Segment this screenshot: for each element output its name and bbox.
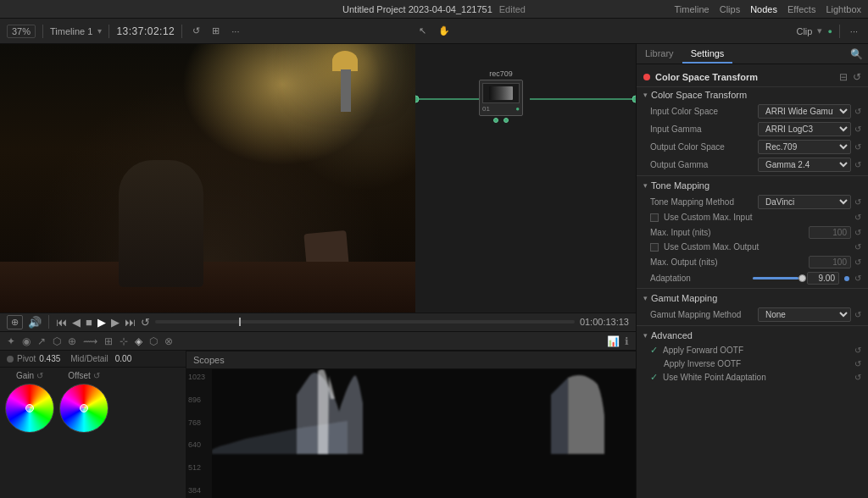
goto-end-btn[interactable]: ⏭ — [125, 316, 136, 329]
undo-btn[interactable]: ↺ — [189, 24, 203, 38]
adaptation-slider-track[interactable] — [753, 277, 804, 279]
input-gamma-value: ARRI LogC3 ↺ — [758, 122, 861, 136]
pivot-label: Pivot — [17, 354, 36, 363]
window-tool[interactable]: ⬡ — [53, 335, 61, 347]
input-cs-select[interactable]: ARRI Wide Gamut 3 — [758, 104, 851, 119]
tone-mapping-method-select[interactable]: DaVinci — [758, 195, 851, 209]
max-input-field[interactable] — [809, 226, 851, 239]
waveform-icon[interactable]: 📊 — [607, 335, 620, 347]
sizing-tool[interactable]: ⊞ — [104, 335, 113, 347]
node-output-dot2[interactable] — [504, 118, 509, 123]
settings-tab[interactable]: Settings — [682, 44, 733, 64]
inverse-ootf-reset[interactable]: ↺ — [854, 359, 861, 368]
tracker-tool[interactable]: ⊕ — [68, 335, 76, 347]
output-gamma-reset[interactable]: ↺ — [854, 160, 861, 169]
max-output-field[interactable] — [809, 256, 851, 268]
mid-detail-value[interactable]: 0.00 — [115, 354, 131, 363]
hand-tool[interactable]: ✋ — [435, 24, 453, 38]
audio-btn[interactable]: 🔊 — [28, 316, 42, 329]
more-btn[interactable]: ··· — [228, 25, 242, 38]
node-preview-gradient — [489, 86, 513, 100]
tone-mapping-arrow: ▾ — [643, 181, 648, 190]
cst-section-header[interactable]: ▾ Color Space Transform — [637, 87, 868, 102]
divider1 — [637, 175, 868, 176]
offset-reset[interactable]: ↺ — [93, 371, 100, 380]
adaptation-value-field[interactable] — [807, 272, 839, 285]
clip-dropdown-icon[interactable]: ▾ — [817, 25, 822, 36]
nodes-tab-btn[interactable]: Nodes — [750, 4, 777, 14]
effects-tab-btn[interactable]: Effects — [787, 4, 815, 14]
color-tool[interactable]: ◈ — [135, 335, 142, 347]
node-tool[interactable]: ◉ — [22, 335, 31, 347]
qualifier-tool[interactable]: ↗ — [37, 335, 46, 347]
stop-btn[interactable]: ■ — [86, 316, 92, 329]
max-input-reset[interactable]: ↺ — [854, 228, 861, 237]
plugin-delete-btn[interactable]: ⊟ — [839, 71, 848, 83]
offset-wheel[interactable] — [59, 384, 108, 433]
white-point-reset[interactable]: ↺ — [854, 373, 861, 382]
timeline-label[interactable]: Timeline 1 — [50, 26, 92, 36]
output-cs-value: Rec.709 ↺ — [758, 140, 861, 154]
plugin-reset-btn[interactable]: ↺ — [853, 71, 861, 83]
gain-wheel[interactable] — [5, 384, 54, 433]
gamut-mapping-method-select[interactable]: None — [758, 307, 851, 322]
custom-max-input-reset[interactable]: ↺ — [854, 213, 861, 222]
input-cs-value: ARRI Wide Gamut 3 ↺ — [758, 104, 861, 119]
clip-status-dot: ● — [827, 27, 832, 36]
prev-frame-btn[interactable]: ◀ — [72, 316, 81, 329]
input-cs-reset[interactable]: ↺ — [854, 107, 861, 116]
advanced-section-header[interactable]: ▾ Advanced — [637, 328, 868, 343]
tone-mapping-method-reset[interactable]: ↺ — [854, 197, 861, 207]
max-output-reset[interactable]: ↺ — [854, 257, 861, 267]
timeline-progress[interactable] — [155, 320, 575, 324]
input-gamma-select[interactable]: ARRI LogC3 — [758, 122, 851, 136]
cursor-tool[interactable]: ↖ — [415, 24, 430, 38]
zoom-level[interactable]: 37% — [7, 25, 36, 38]
goto-start-btn[interactable]: ⏮ — [56, 316, 67, 329]
custom-max-input-checkbox[interactable] — [650, 213, 659, 222]
advanced-section-title: Advanced — [651, 330, 693, 340]
node-box[interactable]: 01 ● — [479, 80, 523, 116]
offset-wheel-wrap: Offset ↺ — [59, 371, 108, 433]
forward-ootf-reset[interactable]: ↺ — [854, 346, 861, 355]
output-cs-reset[interactable]: ↺ — [854, 142, 861, 152]
clip-more-btn[interactable]: ··· — [847, 25, 861, 38]
timeline-tab-btn[interactable]: Timeline — [675, 4, 709, 14]
custom-max-output-checkbox[interactable] — [650, 243, 659, 252]
curves-tool[interactable]: ⟿ — [83, 335, 97, 347]
gain-reset[interactable]: ↺ — [36, 371, 43, 380]
info-icon[interactable]: ℹ — [625, 335, 629, 347]
advanced-arrow: ▾ — [643, 331, 648, 340]
node-output-dot1[interactable] — [493, 118, 498, 123]
search-panel-btn[interactable]: 🔍 — [850, 48, 863, 60]
layout-btn[interactable]: ⊞ — [209, 24, 223, 38]
adaptation-reset[interactable]: ↺ — [854, 274, 861, 283]
blur-tool[interactable]: ⬡ — [149, 335, 158, 347]
pivot-value[interactable]: 0.435 — [39, 354, 60, 363]
gamut-mapping-reset[interactable]: ↺ — [854, 310, 861, 319]
forward-ootf-label: Apply Forward OOTF — [663, 346, 743, 355]
scopes-header: Scopes — [186, 351, 636, 369]
gain-label: Gain — [16, 371, 34, 380]
play-btn[interactable]: ▶ — [97, 316, 106, 329]
3d-tool[interactable]: ⊗ — [164, 335, 173, 347]
custom-max-output-reset[interactable]: ↺ — [854, 242, 861, 252]
magic-wand-tool[interactable]: ✦ — [7, 335, 15, 347]
color-controls: Gain ↺ Offset ↺ — [0, 368, 186, 436]
clips-tab-btn[interactable]: Clips — [720, 4, 740, 14]
inverse-ootf-checkbox[interactable] — [650, 360, 659, 368]
library-tab[interactable]: Library — [637, 44, 682, 64]
next-frame-btn[interactable]: ▶ — [111, 316, 120, 329]
lightbox-tab-btn[interactable]: Lightbox — [826, 4, 861, 14]
stabilizer-tool[interactable]: ⊹ — [120, 335, 128, 347]
use-custom-max-output-row: Use Custom Max. Output ↺ — [637, 241, 868, 253]
loop-btn[interactable]: ↺ — [141, 316, 150, 329]
fx-btn[interactable]: ⊕ — [7, 315, 23, 329]
timeline-dropdown-icon[interactable]: ▾ — [97, 26, 102, 36]
gamut-mapping-section-header[interactable]: ▾ Gamut Mapping — [637, 290, 868, 306]
input-gamma-reset[interactable]: ↺ — [854, 125, 861, 134]
max-input-label: Max. Input (nits) — [650, 228, 805, 237]
tone-mapping-section-header[interactable]: ▾ Tone Mapping — [637, 178, 868, 193]
output-gamma-select[interactable]: Gamma 2.4 — [758, 158, 851, 172]
output-cs-select[interactable]: Rec.709 — [758, 140, 851, 154]
